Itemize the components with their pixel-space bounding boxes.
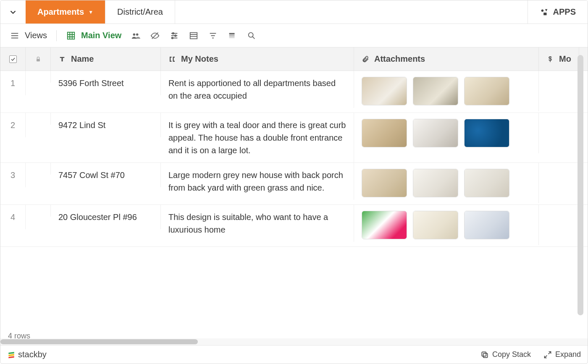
svg-rect-20 — [190, 32, 197, 39]
svg-line-36 — [544, 355, 547, 358]
column-header-name[interactable]: Name — [51, 47, 161, 71]
row-lock-cell — [26, 71, 51, 83]
hide-fields-icon[interactable] — [150, 31, 160, 41]
cell-name[interactable]: 20 Gloucester Pl #96 — [51, 205, 161, 229]
hamburger-icon — [10, 31, 20, 41]
table-header: Name My Notes Attachments Mo — [0, 47, 588, 71]
svg-marker-1 — [545, 9, 547, 11]
cell-notes[interactable]: Rent is apportioned to all departments b… — [161, 71, 354, 108]
cell-name[interactable]: 7457 Cowl St #70 — [51, 163, 161, 187]
brand[interactable]: stackby — [7, 350, 47, 359]
svg-rect-34 — [482, 352, 486, 356]
attachment-thumbnail[interactable] — [413, 211, 458, 239]
attachment-thumbnail[interactable] — [464, 211, 509, 239]
cell-name[interactable]: 9472 Lind St — [51, 113, 161, 137]
svg-point-17 — [173, 32, 174, 34]
views-label: Views — [25, 31, 47, 40]
svg-rect-27 — [229, 35, 235, 37]
horizontal-scrollbar[interactable] — [0, 338, 588, 345]
svg-rect-31 — [37, 59, 40, 61]
column-header-money[interactable]: Mo — [539, 47, 579, 71]
main-view-label: Main View — [81, 31, 121, 40]
expand-button[interactable]: Expand — [543, 350, 581, 359]
cell-notes[interactable]: It is grey with a teal door and there is… — [161, 113, 354, 162]
expand-label: Expand — [555, 350, 581, 359]
tab-apartments[interactable]: Apartments ▼ — [26, 0, 105, 24]
search-icon[interactable] — [247, 31, 257, 41]
row-number[interactable]: 3 — [0, 163, 26, 187]
select-all-checkbox[interactable] — [0, 47, 26, 71]
tab-label: Apartments — [37, 7, 84, 17]
attachment-thumbnail[interactable] — [464, 169, 509, 197]
cell-attachments[interactable] — [354, 163, 539, 203]
tab-district-area[interactable]: District/Area — [105, 0, 175, 24]
table-row[interactable]: 15396 Forth StreetRent is apportioned to… — [0, 71, 588, 113]
apps-button[interactable]: APPS — [528, 0, 588, 24]
attachment-thumbnail[interactable] — [362, 211, 407, 239]
attachment-thumbnail[interactable] — [464, 77, 509, 105]
attachment-thumbnail[interactable] — [362, 77, 407, 105]
app-window: Apartments ▼ District/Area APPS Views Ma… — [0, 0, 588, 364]
views-button[interactable]: Views — [10, 31, 47, 41]
attachment-thumbnail[interactable] — [413, 119, 458, 147]
table-row[interactable]: 420 Gloucester Pl #96This design is suit… — [0, 205, 588, 247]
row-lock-cell — [26, 113, 51, 125]
row-lock-cell — [26, 205, 51, 217]
cell-attachments[interactable] — [354, 71, 539, 111]
apps-button-label: APPS — [553, 7, 576, 17]
row-number[interactable]: 2 — [0, 113, 26, 137]
filter-icon[interactable] — [208, 31, 218, 41]
row-lock-cell — [26, 163, 51, 175]
cell-money[interactable] — [539, 205, 579, 217]
copy-icon — [480, 351, 489, 359]
attachment-thumbnail[interactable] — [362, 169, 407, 197]
cell-notes[interactable]: Large modern grey new house with back po… — [161, 163, 354, 200]
copy-stack-button[interactable]: Copy Stack — [480, 350, 531, 359]
settings-sliders-icon[interactable] — [169, 31, 179, 41]
column-header-notes[interactable]: My Notes — [161, 47, 354, 71]
separator — [56, 30, 57, 41]
row-height-icon[interactable] — [227, 31, 237, 41]
table-row[interactable]: 37457 Cowl St #70Large modern grey new h… — [0, 163, 588, 205]
collaborators-icon[interactable] — [131, 31, 141, 41]
svg-rect-6 — [68, 32, 75, 39]
cell-name[interactable]: 5396 Forth Street — [51, 71, 161, 95]
list-view-icon[interactable] — [189, 31, 199, 41]
svg-point-11 — [133, 33, 136, 36]
expand-icon — [543, 351, 552, 359]
svg-point-0 — [541, 9, 543, 11]
cell-attachments[interactable] — [354, 113, 539, 153]
svg-point-12 — [136, 33, 139, 36]
scrollbar-thumb[interactable] — [0, 339, 198, 344]
column-header-label: Name — [71, 54, 94, 64]
vertical-scrollbar[interactable] — [578, 55, 583, 315]
row-count-label: 4 rows — [8, 330, 30, 338]
table-body: 15396 Forth StreetRent is apportioned to… — [0, 71, 588, 327]
tabs-collapse-button[interactable] — [0, 0, 26, 24]
cell-money[interactable] — [539, 113, 579, 125]
brand-label: stackby — [18, 350, 47, 359]
svg-point-29 — [249, 32, 253, 37]
chevron-down-icon — [8, 8, 18, 17]
svg-line-30 — [253, 37, 255, 39]
attachment-thumbnail[interactable] — [464, 119, 509, 147]
row-number[interactable]: 1 — [0, 71, 26, 95]
long-text-icon — [168, 55, 176, 63]
paperclip-icon — [362, 55, 369, 63]
column-header-label: My Notes — [181, 54, 218, 64]
locked-field-indicator — [26, 47, 51, 71]
cell-attachments[interactable] — [354, 205, 539, 245]
row-number[interactable]: 4 — [0, 205, 26, 229]
column-header-attachments[interactable]: Attachments — [354, 47, 539, 71]
cell-money[interactable] — [539, 163, 579, 175]
data-grid: Name My Notes Attachments Mo 15396 Forth… — [0, 47, 588, 345]
main-view-button[interactable]: Main View — [66, 31, 121, 41]
cell-notes[interactable]: This design is suitable, who want to hav… — [161, 205, 354, 242]
table-row[interactable]: 29472 Lind StIt is grey with a teal door… — [0, 113, 588, 163]
column-header-label: Attachments — [374, 54, 425, 64]
attachment-thumbnail[interactable] — [413, 77, 458, 105]
attachment-thumbnail[interactable] — [362, 119, 407, 147]
cell-money[interactable] — [539, 71, 579, 83]
svg-rect-28 — [229, 37, 235, 38]
attachment-thumbnail[interactable] — [413, 169, 458, 197]
